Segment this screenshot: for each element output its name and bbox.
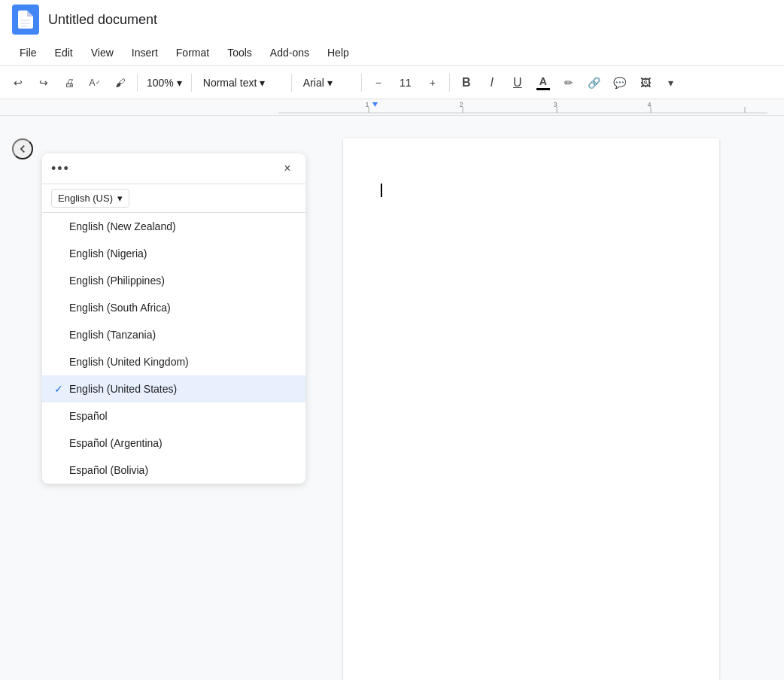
paint-format-button[interactable]: 🖌 <box>108 71 132 95</box>
zoom-value: 100% <box>147 77 174 89</box>
language-dropdown-value: English (US) <box>58 193 113 204</box>
svg-rect-1 <box>21 23 30 24</box>
dialog-panel: ••• × English (US) ▾ English (New Zealan… <box>42 153 305 484</box>
image-button[interactable]: 🖼 <box>634 71 658 95</box>
app-icon <box>12 5 39 35</box>
content-area: ••• × English (US) ▾ English (New Zealan… <box>0 116 784 680</box>
style-dropdown-icon: ▾ <box>260 77 265 89</box>
back-button[interactable] <box>12 138 33 159</box>
menu-insert[interactable]: Insert <box>124 44 166 62</box>
language-item-en-us[interactable]: ✓English (United States) <box>42 375 305 402</box>
menu-file[interactable]: File <box>12 44 44 62</box>
more-button[interactable]: ▾ <box>659 71 683 95</box>
font-size-decrease[interactable]: − <box>366 71 390 95</box>
svg-rect-2 <box>21 26 27 27</box>
language-item-en-ph[interactable]: English (Philippines) <box>42 267 305 294</box>
language-item-label: English (United Kingdom) <box>69 356 189 368</box>
link-button[interactable]: 🔗 <box>582 71 606 95</box>
dialog-header: ••• × <box>42 153 305 184</box>
language-item-label: English (United States) <box>69 383 177 395</box>
checkmark-icon: ✓ <box>54 383 63 395</box>
ruler-marks: 1 2 3 4 <box>278 99 784 115</box>
font-value: Arial <box>303 77 324 89</box>
comment-button[interactable]: 💬 <box>608 71 632 95</box>
language-item-es[interactable]: Español <box>42 402 305 430</box>
toolbar: ↩ ↪ 🖨 A✓ 🖌 100% ▾ Normal text ▾ Arial ▾ … <box>0 66 784 99</box>
menu-view[interactable]: View <box>84 44 121 62</box>
language-item-en-ng[interactable]: English (Nigeria) <box>42 240 305 267</box>
print-button[interactable]: 🖨 <box>57 71 81 95</box>
language-item-en-tz[interactable]: English (Tanzania) <box>42 321 305 348</box>
language-selector-row: English (US) ▾ <box>42 184 305 213</box>
language-item-en-nz[interactable]: English (New Zealand) <box>42 213 305 240</box>
font-dropdown-icon: ▾ <box>327 77 333 89</box>
menu-edit[interactable]: Edit <box>47 44 81 62</box>
dialog-dots: ••• <box>51 161 70 177</box>
document-area[interactable] <box>278 116 784 680</box>
zoom-dropdown-icon: ▾ <box>177 77 182 89</box>
toolbar-separator-3 <box>291 74 292 92</box>
svg-text:4: 4 <box>647 101 651 108</box>
language-item-label: Español (Bolivia) <box>69 464 148 476</box>
redo-button[interactable]: ↪ <box>32 71 56 95</box>
svg-text:2: 2 <box>459 101 463 108</box>
highlight-button[interactable]: ✏ <box>557 71 581 95</box>
undo-button[interactable]: ↩ <box>6 71 30 95</box>
menu-addons[interactable]: Add-ons <box>263 44 317 62</box>
font-selector[interactable]: Arial ▾ <box>296 74 357 91</box>
menu-help[interactable]: Help <box>320 44 357 62</box>
toolbar-separator-1 <box>137 74 138 92</box>
font-size-increase[interactable]: + <box>421 71 445 95</box>
font-size-control: − 11 + <box>366 71 445 95</box>
language-item-label: English (South Africa) <box>69 302 171 314</box>
font-size-value: 11 <box>392 77 419 89</box>
language-item-es-ar[interactable]: Español (Argentina) <box>42 430 305 457</box>
language-dropdown-icon: ▾ <box>117 193 123 204</box>
svg-rect-0 <box>21 20 30 21</box>
toolbar-separator-5 <box>449 74 450 92</box>
style-value: Normal text <box>203 77 257 89</box>
text-color-button[interactable]: A <box>531 71 555 95</box>
menu-format[interactable]: Format <box>169 44 217 62</box>
toolbar-separator-4 <box>361 74 362 92</box>
spellcheck-button[interactable]: A✓ <box>83 71 107 95</box>
zoom-selector[interactable]: 100% ▾ <box>142 75 187 90</box>
language-item-label: English (New Zealand) <box>69 220 176 232</box>
document-title: Untitled document <box>48 12 157 28</box>
text-cursor <box>381 184 382 197</box>
language-item-label: English (Tanzania) <box>69 329 156 341</box>
language-dropdown[interactable]: English (US) ▾ <box>51 189 129 208</box>
language-item-label: Español (Argentina) <box>69 437 163 449</box>
dialog-close-button[interactable]: × <box>278 159 296 178</box>
svg-text:3: 3 <box>553 101 557 108</box>
language-list[interactable]: English (New Zealand)English (Nigeria)En… <box>42 213 305 484</box>
ruler: 1 2 3 4 <box>0 99 784 116</box>
language-item-es-bo[interactable]: Español (Bolivia) <box>42 457 305 484</box>
language-item-en-za[interactable]: English (South Africa) <box>42 294 305 321</box>
language-item-en-gb[interactable]: English (United Kingdom) <box>42 348 305 375</box>
language-item-label: English (Philippines) <box>69 275 165 287</box>
menu-bar: File Edit View Insert Format Tools Add-o… <box>0 39 784 66</box>
left-panel: ••• × English (US) ▾ English (New Zealan… <box>0 116 278 680</box>
text-color-label: A <box>539 75 547 87</box>
toolbar-separator-2 <box>191 74 192 92</box>
svg-marker-13 <box>372 102 378 107</box>
style-selector[interactable]: Normal text ▾ <box>196 74 287 91</box>
title-bar: Untitled document <box>0 0 784 39</box>
language-item-label: English (Nigeria) <box>69 247 147 260</box>
document-page[interactable] <box>343 138 719 680</box>
underline-button[interactable]: U <box>506 71 530 95</box>
italic-button[interactable]: I <box>480 71 504 95</box>
svg-text:1: 1 <box>365 101 369 108</box>
language-item-label: Español <box>69 410 108 422</box>
menu-tools[interactable]: Tools <box>220 44 260 62</box>
text-color-indicator <box>536 88 550 90</box>
bold-button[interactable]: B <box>454 71 479 95</box>
